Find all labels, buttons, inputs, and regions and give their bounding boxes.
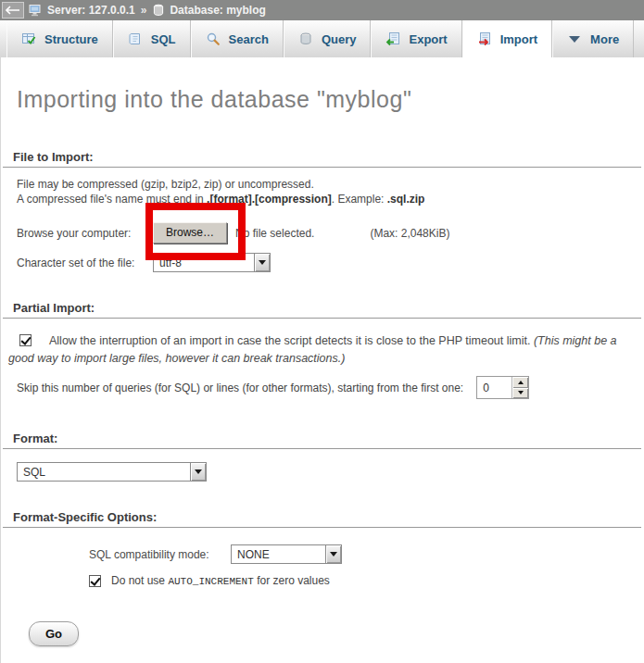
autoinc-code: AUTO_INCREMENT bbox=[168, 576, 253, 587]
section-format: Format: bbox=[3, 432, 641, 449]
section-file-to-import: File to Import: bbox=[3, 150, 641, 168]
tab-bar: Structure SQL Search Query Export Import bbox=[0, 20, 644, 57]
dropdown-arrow-icon[interactable] bbox=[190, 463, 206, 481]
tab-label: Export bbox=[409, 32, 447, 46]
go-button[interactable]: Go bbox=[29, 621, 79, 646]
breadcrumb: Server: 127.0.0.1 » Database: myblog bbox=[0, 0, 644, 20]
query-icon bbox=[298, 31, 313, 46]
tab-label: More bbox=[590, 32, 619, 46]
dropdown-arrow-icon[interactable] bbox=[325, 545, 341, 563]
tab-search[interactable]: Search bbox=[191, 20, 284, 57]
skip-queries-input[interactable]: 0 bbox=[476, 376, 529, 399]
breadcrumb-database[interactable]: Database: myblog bbox=[170, 4, 265, 17]
charset-select[interactable]: utf-8 bbox=[153, 253, 271, 272]
sql-compat-row: SQL compatibility mode: NONE bbox=[89, 544, 644, 564]
server-icon bbox=[29, 4, 43, 17]
spinner bbox=[511, 377, 528, 398]
sql-icon bbox=[128, 31, 143, 46]
charset-label: Character set of the file: bbox=[17, 256, 153, 269]
section-format-options: Format-Specific Options: bbox=[3, 510, 641, 528]
import-icon bbox=[477, 31, 492, 46]
format-row: SQL bbox=[17, 462, 644, 482]
autoinc-text: Do not use AUTO_INCREMENT for zero value… bbox=[111, 574, 330, 587]
allow-interrupt-text: Allow the interruption of an import in c… bbox=[49, 334, 534, 347]
skip-queries-row: Skip this number of queries (for SQL) or… bbox=[17, 376, 644, 399]
tab-label: SQL bbox=[151, 32, 176, 46]
format-select[interactable]: SQL bbox=[17, 462, 207, 482]
export-icon bbox=[385, 31, 400, 46]
tab-more[interactable]: More bbox=[552, 20, 634, 57]
no-file-text: No file selected. bbox=[235, 227, 314, 240]
page-title: Importing into the database "myblog" bbox=[1, 57, 644, 113]
back-arrow-icon bbox=[6, 6, 20, 15]
tab-label: Query bbox=[322, 32, 357, 46]
breadcrumb-separator: » bbox=[140, 4, 148, 17]
import-page: Importing into the database "myblog" Fil… bbox=[0, 57, 644, 663]
file-hint: File may be compressed (gzip, bzip2, zip… bbox=[17, 177, 644, 206]
allow-interrupt-checkbox[interactable] bbox=[19, 334, 32, 346]
tab-label: Search bbox=[229, 32, 269, 46]
breadcrumb-server[interactable]: Server: 127.0.0.1 bbox=[47, 4, 135, 17]
browse-button[interactable]: Browse… bbox=[153, 222, 227, 244]
search-icon bbox=[206, 31, 221, 46]
skip-queries-value: 0 bbox=[477, 377, 511, 398]
skip-queries-label: Skip this number of queries (for SQL) or… bbox=[17, 382, 463, 394]
spinner-down-button[interactable] bbox=[512, 388, 528, 399]
tab-structure[interactable]: Structure bbox=[6, 20, 113, 57]
tab-label: Structure bbox=[44, 32, 98, 46]
charset-selected-value: utf-8 bbox=[154, 254, 254, 271]
browse-label: Browse your computer: bbox=[17, 227, 153, 240]
format-selected-value: SQL bbox=[18, 463, 190, 481]
tab-label: Import bbox=[500, 32, 537, 46]
allow-interrupt-row: Allow the interruption of an import in c… bbox=[8, 332, 637, 368]
charset-row: Character set of the file: utf-8 bbox=[17, 253, 644, 272]
browse-row: Browse your computer: Browse… No file se… bbox=[17, 222, 644, 244]
dropdown-arrow-icon[interactable] bbox=[254, 254, 270, 271]
sql-compat-select[interactable]: NONE bbox=[231, 544, 342, 564]
tab-query[interactable]: Query bbox=[284, 20, 372, 57]
sql-compat-label: SQL compatibility mode: bbox=[89, 548, 231, 561]
chevron-down-icon bbox=[567, 31, 582, 46]
tab-sql[interactable]: SQL bbox=[113, 20, 191, 57]
autoinc-checkbox[interactable] bbox=[89, 575, 101, 587]
database-icon bbox=[152, 4, 165, 17]
autoinc-row: Do not use AUTO_INCREMENT for zero value… bbox=[89, 574, 644, 587]
tab-export[interactable]: Export bbox=[371, 20, 461, 57]
tab-import[interactable]: Import bbox=[462, 20, 552, 57]
max-size-text: (Max: 2,048KiB) bbox=[370, 227, 449, 240]
section-partial-import: Partial Import: bbox=[3, 301, 641, 319]
spinner-up-button[interactable] bbox=[512, 377, 528, 388]
sql-compat-selected-value: NONE bbox=[232, 545, 325, 563]
back-button[interactable] bbox=[2, 2, 24, 19]
structure-icon bbox=[21, 31, 36, 46]
